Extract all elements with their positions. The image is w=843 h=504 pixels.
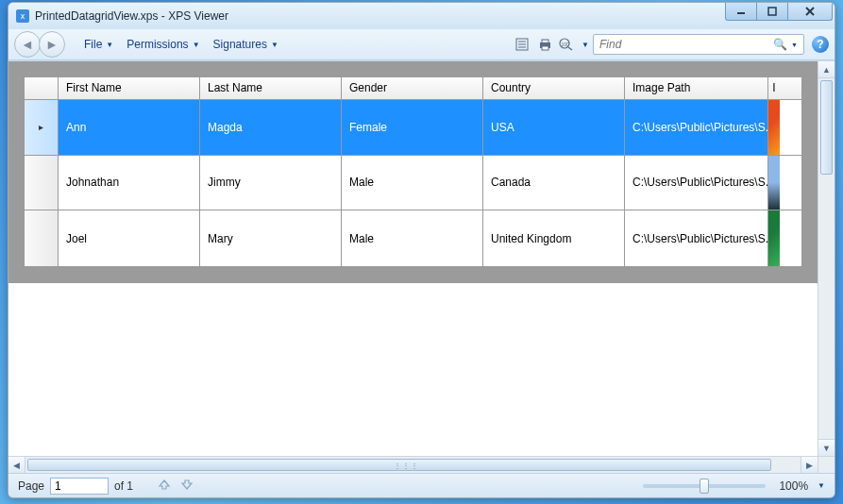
arrow-down-icon [180,478,194,491]
datagrid-header: First Name Last Name Gender Country Imag… [25,77,801,100]
close-button[interactable] [787,2,833,21]
column-header-image-path[interactable]: Image Path [625,77,768,99]
zoom-dropdown[interactable]: ▼ [580,34,591,55]
cell-country[interactable]: Canada [483,156,625,210]
scroll-left-button[interactable]: ◀ [8,457,25,473]
page-down-button[interactable] [178,478,195,494]
vertical-scrollbar[interactable]: ▲ ▼ [818,61,835,456]
minimize-icon [736,7,746,16]
help-button[interactable]: ? [812,36,829,53]
chevron-down-icon[interactable]: ▼ [791,42,798,48]
svg-rect-10 [542,46,548,50]
row-indicator[interactable]: ▸ [25,100,59,155]
column-header-image[interactable]: I [768,77,780,99]
document-viewport[interactable]: First Name Last Name Gender Country Imag… [8,61,818,456]
menu-permissions-label: Permissions [126,38,188,51]
search-icon[interactable]: 🔍 [773,38,787,51]
cell-first-name[interactable]: Ann [59,100,200,155]
statusbar: Page of 1 100% ▼ [8,473,835,497]
document-page-grid-region: First Name Last Name Gender Country Imag… [8,61,818,283]
table-row[interactable]: Joel Mary Male United Kingdom C:\Users\P… [25,210,801,266]
menu-permissions[interactable]: Permissions ▼ [121,34,205,55]
column-header-gender[interactable]: Gender [342,77,483,99]
row-selector-header[interactable] [25,77,59,99]
cell-country[interactable]: USA [483,100,625,155]
scroll-track-horizontal[interactable]: ⋮⋮⋮ [25,457,801,473]
chevron-right-icon: ▶ [806,461,813,470]
cell-first-name[interactable]: Johnathan [59,156,200,210]
row-indicator[interactable] [25,210,59,266]
cell-country[interactable]: United Kingdom [483,210,625,266]
cell-image[interactable] [768,210,780,266]
column-header-first-name[interactable]: First Name [59,77,200,99]
search-box[interactable]: 🔍 ▼ [593,34,804,55]
datagrid: First Name Last Name Gender Country Imag… [24,76,802,267]
cell-image[interactable] [768,156,780,210]
document-area: First Name Last Name Gender Country Imag… [8,60,835,473]
column-header-last-name[interactable]: Last Name [200,77,342,99]
titlebar: x PrintedDatagridView.xps - XPS Viewer [8,3,835,29]
cell-image[interactable] [768,100,780,155]
chevron-down-icon: ▼ [106,41,113,49]
zoom-slider-knob[interactable] [700,479,709,494]
row-indicator[interactable] [25,156,59,210]
cell-image-path[interactable]: C:\Users\Public\Pictures\S... [625,210,768,266]
cell-last-name[interactable]: Jimmy [200,156,342,210]
cell-gender[interactable]: Female [342,100,483,155]
scroll-thumb-vertical[interactable] [820,80,833,175]
table-row[interactable]: Johnathan Jimmy Male Canada C:\Users\Pub… [25,156,801,211]
svg-line-13 [568,47,572,50]
cell-gender[interactable]: Male [342,156,483,210]
horizontal-scrollbar[interactable]: ◀ ⋮⋮⋮ ▶ [8,456,818,473]
maximize-icon [767,7,777,16]
page-number-input[interactable] [50,478,109,495]
scroll-down-button[interactable]: ▼ [818,439,835,456]
outline-button[interactable] [512,34,532,55]
maximize-button[interactable] [756,2,788,21]
menu-signatures[interactable]: Signatures ▼ [208,34,284,55]
cell-first-name[interactable]: Joel [59,210,200,266]
toolbar: ◄ ► File ▼ Permissions ▼ Signatures ▼ 10… [8,29,835,60]
print-button[interactable] [534,34,555,55]
cell-image-path[interactable]: C:\Users\Public\Pictures\S... [625,100,768,155]
arrow-left-icon: ◄ [21,37,34,52]
search-input[interactable] [599,38,769,51]
app-window: x PrintedDatagridView.xps - XPS Viewer ◄… [8,2,835,498]
cell-gender[interactable]: Male [342,210,483,266]
cell-last-name[interactable]: Mary [200,210,342,266]
cell-image-path[interactable]: C:\Users\Public\Pictures\S... [625,156,768,210]
scroll-up-button[interactable]: ▲ [818,61,835,78]
window-title: PrintedDatagridView.xps - XPS Viewer [35,9,228,23]
chevron-down-icon[interactable]: ▼ [818,481,825,490]
zoom-slider[interactable] [643,484,766,488]
chevron-up-icon: ▲ [822,65,831,75]
scroll-thumb-horizontal[interactable]: ⋮⋮⋮ [27,459,771,471]
print-icon [538,38,552,51]
table-row[interactable]: ▸ Ann Magda Female USA C:\Users\Public\P… [25,100,801,156]
cell-last-name[interactable]: Magda [200,100,342,155]
chevron-down-icon: ▼ [822,444,831,453]
image-thumbnail [768,210,780,266]
image-thumbnail [768,100,780,155]
minimize-button[interactable] [725,2,757,21]
nav-back-button[interactable]: ◄ [14,31,41,58]
menu-file[interactable]: File ▼ [78,34,119,55]
grip-icon: ⋮⋮⋮ [394,462,405,469]
chevron-down-icon: ▼ [193,41,200,49]
page-label: Page [18,479,44,493]
nav-forward-button[interactable]: ► [39,31,65,58]
chevron-left-icon: ◀ [13,461,20,470]
zoom-level-button[interactable]: 100 [557,34,578,55]
image-thumbnail [768,156,780,210]
page-up-button[interactable] [156,478,173,494]
svg-text:100: 100 [562,42,570,47]
svg-rect-1 [768,8,776,15]
outline-icon [515,38,529,51]
app-icon: x [16,9,29,23]
scroll-right-button[interactable]: ▶ [801,457,818,473]
help-icon: ? [817,38,823,51]
page-of-label: of 1 [114,479,133,493]
zoom-level-icon: 100 [559,38,576,51]
column-header-country[interactable]: Country [483,77,625,99]
arrow-up-icon [158,478,171,491]
